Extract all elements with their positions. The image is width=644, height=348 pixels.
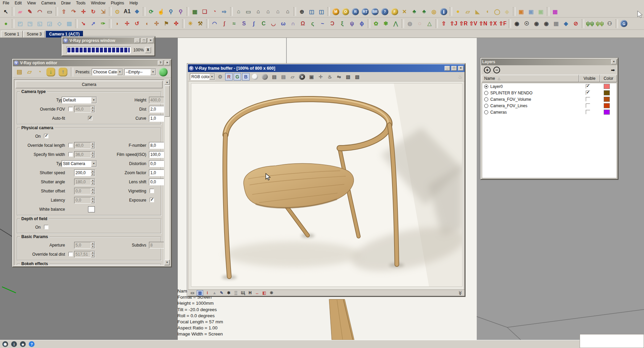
fredo-tool-1-icon[interactable]: ◗ [112, 19, 122, 28]
color-channels-icon[interactable]: ❂ [216, 73, 224, 81]
histogram-icon[interactable]: ▥ [197, 290, 203, 296]
section-display-icon[interactable]: ◫ [317, 7, 326, 17]
zoom-window-icon[interactable]: ⚲ [176, 7, 186, 17]
vray-target-icon[interactable]: ◎ [429, 7, 439, 17]
option-editor-scrollbar[interactable]: ▲ ▼ [164, 79, 170, 265]
rotate-tool-icon[interactable]: ↻ [88, 7, 98, 17]
number-field[interactable]: 1,0▲▼ [149, 169, 164, 176]
vray-import-proxy-icon[interactable]: ♣ [419, 7, 429, 17]
stereo-icon[interactable]: ❊ [269, 290, 274, 296]
g-badge-icon[interactable]: G [620, 20, 627, 27]
bezier-tool-8-icon[interactable]: ω [278, 19, 288, 28]
select-arrow-blue-icon[interactable]: ➚ [88, 19, 98, 28]
red-channel-button[interactable]: R [225, 73, 233, 80]
camera-section-header[interactable]: Camera [16, 81, 163, 88]
user-icon[interactable]: ☻ [20, 341, 26, 347]
vray-help-icon[interactable]: ? [381, 8, 388, 15]
number-field[interactable]: 45,0▲▼ [74, 106, 95, 113]
help-icon[interactable]: ? [29, 341, 35, 347]
number-field[interactable]: 8▲▼ [149, 242, 164, 249]
camera-icon[interactable]: ◉ [512, 19, 522, 28]
checkbox[interactable] [88, 116, 92, 120]
number-field[interactable]: 5,0▲▼ [74, 242, 95, 249]
bag-icon[interactable]: ◍ [405, 19, 415, 28]
dropdown[interactable]: Default▼ [62, 97, 97, 103]
layer-color-swatch[interactable] [604, 84, 610, 89]
menu-item[interactable]: Tools [73, 0, 88, 6]
number-field[interactable]: 180,0▲▼ [74, 179, 95, 185]
soap-bubble-1-icon[interactable]: ◰ [15, 19, 25, 28]
minimize-button[interactable]: _ [445, 66, 450, 71]
vray-materials-icon[interactable]: M [332, 8, 339, 15]
soap-skin-icon[interactable]: ◇ [55, 19, 64, 28]
cancel-render-button[interactable]: X [145, 47, 151, 53]
menu-item[interactable]: Draw [59, 0, 73, 6]
curves-icon[interactable]: ✎ [219, 290, 224, 296]
active-layer-radio[interactable] [484, 104, 488, 108]
vray-dismiss-icon[interactable]: ✕ [400, 7, 409, 17]
paint-bucket-icon[interactable]: ❖ [132, 7, 142, 17]
visible-checkbox[interactable] [586, 97, 590, 101]
brush-green-icon[interactable]: ✑ [98, 19, 108, 28]
load-options-button[interactable]: ▱ [25, 68, 34, 76]
spinner-buttons[interactable]: ▲▼ [91, 179, 95, 185]
region-render-button[interactable]: ▣ [307, 73, 316, 81]
dome-light-icon[interactable]: ◖ [482, 7, 492, 17]
bezier-tool-1-icon[interactable]: ◠ [210, 19, 219, 28]
bezier-tool-13-icon[interactable]: Ͻ [327, 19, 337, 28]
layer-color-swatch[interactable] [604, 90, 610, 95]
blue-channel-button[interactable]: B [242, 73, 250, 80]
minimize-button[interactable]: _ [134, 38, 140, 43]
fredo-tool-4-icon[interactable]: ◖ [142, 19, 152, 28]
green-tool-2-icon[interactable]: ✾ [381, 19, 391, 28]
geolocation-icon[interactable]: ◉ [2, 341, 8, 347]
dimensions-icon[interactable]: A1 [122, 7, 132, 17]
pushpull-tool-icon[interactable]: ⇧ [59, 7, 69, 17]
camera-off-icon[interactable]: ⊘ [571, 19, 581, 28]
bucket-blue-icon[interactable]: ◆ [561, 19, 571, 28]
visible-checkbox[interactable] [586, 103, 590, 108]
vray-render-icon[interactable]: R [352, 8, 359, 15]
import-settings-button[interactable]: ↓ [46, 68, 55, 76]
joint-pushpull-icon[interactable]: ✳ [186, 19, 195, 28]
export-settings-button[interactable]: ↑ [59, 68, 67, 76]
number-field[interactable]: 40,0▲▼ [74, 142, 95, 149]
bezier-tool-9-icon[interactable]: ∩ [288, 19, 298, 28]
number-field[interactable]: 0,0▲▼ [149, 160, 164, 167]
vray-export-proxy-icon[interactable]: ♣ [409, 7, 419, 17]
soap-bubble-6-icon[interactable]: ▨ [64, 19, 74, 28]
close-button[interactable]: × [458, 66, 464, 71]
help-button[interactable]: ? [158, 61, 163, 65]
scale-tool-icon[interactable]: ⇲ [98, 7, 108, 17]
spinner-buttons[interactable]: ▲▼ [91, 106, 95, 112]
color-palette-icon[interactable]: ▦ [550, 7, 560, 17]
active-layer-radio[interactable] [484, 91, 488, 95]
section-plane-icon[interactable]: ◫ [307, 7, 317, 17]
green-tool-1-icon[interactable]: ✿ [371, 19, 381, 28]
stamp-button[interactable]: ♨ [326, 73, 334, 81]
photo-map-icon[interactable]: ▦ [190, 7, 200, 17]
wire-tent-icon[interactable]: ⋀ [391, 19, 401, 28]
maximize-button[interactable]: □ [451, 66, 457, 71]
save-image-button[interactable]: ▤ [270, 73, 278, 81]
menu-item[interactable]: Camera [39, 0, 59, 6]
alpha-channel-button[interactable] [252, 74, 258, 80]
spinner-buttons[interactable]: ▲▼ [91, 242, 95, 248]
swatch-icon[interactable]: ◧ [261, 290, 267, 296]
bezier-tool-15-icon[interactable]: ψ [347, 19, 357, 28]
layer-row[interactable]: SPLINTER BY NENDO [482, 90, 617, 96]
checkbox[interactable] [44, 225, 48, 229]
up-arrow-r-icon[interactable]: ⇧R [458, 19, 468, 28]
back-view-icon[interactable]: ⌂ [263, 7, 273, 17]
channel-select[interactable]: RGB color▼ [190, 73, 215, 80]
menu-item[interactable]: File [0, 0, 12, 6]
number-field[interactable]: 2,0▲▼ [149, 106, 164, 113]
axes-compass-icon[interactable]: ⊕ [297, 7, 307, 17]
bezier-tool-2-icon[interactable]: ʃ [219, 19, 229, 28]
info-icon[interactable]: i [205, 290, 210, 296]
sphere-light-icon[interactable]: ◯ [492, 7, 502, 17]
close-button[interactable]: × [611, 60, 617, 64]
pan-tool-icon[interactable]: ☝ [156, 7, 166, 17]
right-view-icon[interactable]: ⌂ [283, 7, 293, 17]
export-icon[interactable]: ⇨ [219, 7, 229, 17]
